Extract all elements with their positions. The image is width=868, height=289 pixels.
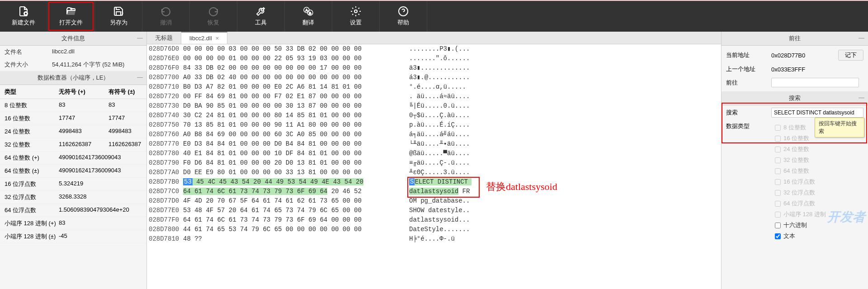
toolbar-label: 设置 bbox=[350, 19, 362, 27]
hex-row[interactable]: 028D7700A0 33 DB 02 40 00 00 00 00 00 00… bbox=[147, 73, 721, 82]
hex-ascii[interactable]: °.é....α,ü..... bbox=[402, 82, 466, 92]
hex-bytes[interactable]: 00 00 00 00 03 00 00 00 50 33 DB 02 00 0… bbox=[183, 44, 402, 54]
hex-ascii[interactable]: 0┬$ü....Ç.àü.... bbox=[402, 111, 470, 120]
toolbar-label: 帮助 bbox=[397, 19, 409, 27]
hex-row[interactable]: 028D77F064 61 74 6C 61 73 74 73 79 73 6F… bbox=[147, 215, 721, 225]
hex-row[interactable]: 028D7760A0 B8 84 69 00 00 00 00 60 3C A0… bbox=[147, 130, 721, 139]
hex-ascii[interactable]: H╞°é....Φ-.ü bbox=[402, 234, 455, 244]
hex-bytes[interactable]: E0 D3 84 84 01 00 00 00 D0 B4 84 81 00 0… bbox=[183, 139, 402, 149]
toolbar-wrench[interactable]: 工具 bbox=[237, 1, 285, 32]
hex-row[interactable]: 028D76F084 33 DB 02 00 00 00 00 00 00 00… bbox=[147, 63, 721, 73]
tab[interactable]: 无标题 bbox=[147, 32, 181, 44]
hex-bytes[interactable]: 53 48 4F 57 20 64 61 74 65 73 74 79 6C 6… bbox=[183, 206, 402, 215]
search-header: 搜索 — bbox=[722, 91, 868, 105]
hex-row[interactable]: 028D778040 E1 84 81 01 00 00 00 10 DF 84… bbox=[147, 149, 721, 158]
hex-row[interactable]: 028D7770E0 D3 84 84 01 00 00 00 D0 B4 84… bbox=[147, 139, 721, 149]
hex-row[interactable]: 028D775070 13 85 81 01 00 00 00 90 11 A1… bbox=[147, 120, 721, 130]
type-checkbox[interactable] bbox=[775, 223, 781, 228]
hex-bytes[interactable]: 64 61 74 6C 61 73 74 73 79 73 6F 69 64 0… bbox=[183, 215, 402, 225]
collapse-icon[interactable]: — bbox=[859, 34, 864, 41]
hex-row[interactable]: 028D76E000 00 00 00 01 00 00 00 22 05 93… bbox=[147, 54, 721, 63]
collapse-icon[interactable]: — bbox=[137, 74, 143, 81]
toolbar-gear[interactable]: 设置 bbox=[332, 1, 380, 32]
hex-ascii[interactable]: .......".ô...... bbox=[402, 54, 470, 63]
hex-bytes[interactable]: 00 00 00 00 01 00 00 00 22 05 93 19 03 0… bbox=[183, 54, 402, 63]
hex-bytes[interactable]: 4F 4D 20 70 67 5F 64 61 74 61 62 61 73 6… bbox=[183, 196, 402, 206]
search-type-row[interactable]: 文本 bbox=[775, 231, 860, 242]
goto-input[interactable] bbox=[771, 78, 859, 87]
hex-body[interactable]: 028D76D000 00 00 00 03 00 00 00 50 33 DB… bbox=[147, 44, 721, 289]
hex-row[interactable]: 028D77B053 45 4C 45 43 54 20 44 49 53 54… bbox=[147, 177, 721, 187]
search-type-row: 32 位浮点数 bbox=[775, 187, 860, 198]
toolbar-label: 工具 bbox=[255, 19, 267, 27]
hex-row[interactable]: 028D7710B0 D3 A7 82 01 00 00 00 E0 2C A6… bbox=[147, 82, 721, 92]
insp-type: 64 位整数 (+) bbox=[5, 154, 59, 162]
hex-ascii[interactable]: ≡╓äü....Ç-.ü.... bbox=[402, 158, 470, 168]
hex-bytes[interactable]: 44 61 74 65 53 74 79 6C 65 00 00 00 00 0… bbox=[183, 225, 402, 234]
inspector-header: 数据检查器（小端序，LE） — bbox=[0, 71, 146, 85]
search-type-row[interactable]: 十六进制 bbox=[775, 220, 860, 231]
hex-bytes[interactable]: 48 ?? bbox=[183, 234, 402, 244]
hex-row[interactable]: 028D7730D0 BA 90 85 01 00 00 00 00 30 13… bbox=[147, 101, 721, 111]
toolbar-translate[interactable]: Aあ翻译 bbox=[285, 1, 332, 32]
hex-row[interactable]: 028D77E053 48 4F 57 20 64 61 74 65 73 74… bbox=[147, 206, 721, 215]
hex-ascii[interactable]: . äü....á≈äü.... bbox=[402, 92, 470, 101]
hex-bytes[interactable]: 53 45 4C 45 43 54 20 44 49 53 54 49 4E 4… bbox=[183, 177, 402, 187]
hex-ascii[interactable]: datlastsysoid... bbox=[402, 215, 470, 225]
hex-bytes[interactable]: D0 BA 90 85 01 00 00 00 00 30 13 87 00 0… bbox=[183, 101, 402, 111]
hex-row[interactable]: 028D77D04F 4D 20 70 67 5F 64 61 74 61 62… bbox=[147, 196, 721, 206]
hex-ascii[interactable]: á╕äü....á╝áü.... bbox=[402, 130, 470, 139]
hex-ascii[interactable]: ä3▮............. bbox=[402, 63, 470, 73]
hex-row[interactable]: 028D774030 C2 24 81 01 00 00 00 80 14 85… bbox=[147, 111, 721, 120]
toolbar-file-plus[interactable]: 新建文件 bbox=[0, 1, 47, 32]
collapse-icon[interactable]: — bbox=[137, 34, 143, 41]
type-checkbox[interactable] bbox=[775, 233, 781, 239]
hex-row[interactable]: 028D77C064 61 74 6C 61 73 74 73 79 73 6F… bbox=[147, 187, 721, 196]
hex-bytes[interactable]: 70 13 85 81 01 00 00 00 90 11 A1 80 00 0… bbox=[183, 120, 402, 130]
hex-bytes[interactable]: A0 33 DB 02 40 00 00 00 00 00 00 00 00 0… bbox=[183, 73, 402, 82]
insp-type: 24 位整数 bbox=[5, 128, 59, 136]
hex-bytes[interactable]: 64 61 74 6C 61 73 74 73 79 73 6F 69 64 2… bbox=[183, 187, 402, 196]
toolbar-label: 打开文件 bbox=[59, 19, 83, 27]
col-signed: 有符号 (±) bbox=[108, 88, 142, 96]
close-icon[interactable]: × bbox=[216, 35, 219, 42]
hex-ascii[interactable]: ╚|Éü.....0.ü.... bbox=[402, 101, 470, 111]
hex-ascii[interactable]: SHOW datestyle.. bbox=[402, 206, 470, 215]
hex-bytes[interactable]: D0 EE E9 80 01 00 00 00 00 33 13 81 00 0… bbox=[183, 168, 402, 177]
hex-row[interactable]: 028D7790F0 D6 84 81 01 00 00 00 20 D0 13… bbox=[147, 158, 721, 168]
hex-ascii[interactable]: ........P3▮.(... bbox=[402, 44, 470, 54]
toolbar-folder-open[interactable]: 打开文件 bbox=[47, 1, 95, 32]
hex-row[interactable]: 028D780044 61 74 65 53 74 79 6C 65 00 00… bbox=[147, 225, 721, 234]
hex-bytes[interactable]: 30 C2 24 81 01 00 00 00 80 14 85 81 01 0… bbox=[183, 111, 402, 120]
type-label: 32 位整数 bbox=[783, 156, 809, 164]
hex-bytes[interactable]: 00 FF 84 69 81 00 00 00 F7 02 E1 87 00 0… bbox=[183, 92, 402, 101]
hex-row[interactable]: 028D781048 ?? H╞°é....Φ-.ü bbox=[147, 234, 721, 244]
hex-bytes[interactable]: 84 33 DB 02 00 00 00 00 00 00 00 00 17 0… bbox=[183, 63, 402, 73]
hex-ascii[interactable]: á3▮.@........... bbox=[402, 73, 470, 82]
note-button[interactable]: 记下 bbox=[838, 50, 863, 61]
hex-ascii[interactable]: @ßäü.....▀äü.... bbox=[402, 149, 470, 158]
search-input[interactable] bbox=[771, 108, 863, 118]
toolbar-help[interactable]: 帮助 bbox=[380, 1, 427, 32]
hex-bytes[interactable]: A0 B8 84 69 00 00 00 00 60 3C A0 85 00 0… bbox=[183, 130, 402, 139]
search-type-row: 64 位整数 bbox=[775, 166, 860, 176]
insp-type: 小端序 128 进制 (+) bbox=[5, 219, 59, 227]
hex-ascii[interactable]: OM pg_database.. bbox=[402, 196, 470, 206]
hex-ascii[interactable]: p.àü....É.íÇ.... bbox=[402, 120, 470, 130]
hex-ascii[interactable]: SELECT DISTINCT bbox=[402, 177, 472, 187]
hex-ascii[interactable]: ╨εΘÇ.....3.ü.... bbox=[402, 168, 470, 177]
toolbar-save[interactable]: 另存为 bbox=[95, 1, 142, 32]
hex-bytes[interactable]: 40 E1 84 81 01 00 00 00 10 DF 84 81 01 0… bbox=[183, 149, 402, 158]
hex-ascii[interactable]: datlastsysoid FR bbox=[402, 187, 470, 196]
insp-unsigned: 4998483 bbox=[59, 128, 108, 136]
hex-row[interactable]: 028D76D000 00 00 00 03 00 00 00 50 33 DB… bbox=[147, 44, 721, 54]
collapse-icon[interactable]: — bbox=[859, 94, 864, 101]
hex-bytes[interactable]: B0 D3 A7 82 01 00 00 00 E0 2C A6 81 14 8… bbox=[183, 82, 402, 92]
hex-bytes[interactable]: F0 D6 84 81 01 00 00 00 20 D0 13 81 01 0… bbox=[183, 158, 402, 168]
hex-ascii[interactable]: DateStyle....... bbox=[402, 225, 470, 234]
hex-row[interactable]: 028D772000 FF 84 69 81 00 00 00 F7 02 E1… bbox=[147, 92, 721, 101]
hex-ascii[interactable]: └╨äü....╨▪äü.... bbox=[402, 139, 470, 149]
hex-row[interactable]: 028D77A0D0 EE E9 80 01 00 00 00 00 33 13… bbox=[147, 168, 721, 177]
hex-offset: 028D7720 bbox=[147, 92, 183, 101]
tab[interactable]: libcc2.dll× bbox=[181, 32, 227, 44]
